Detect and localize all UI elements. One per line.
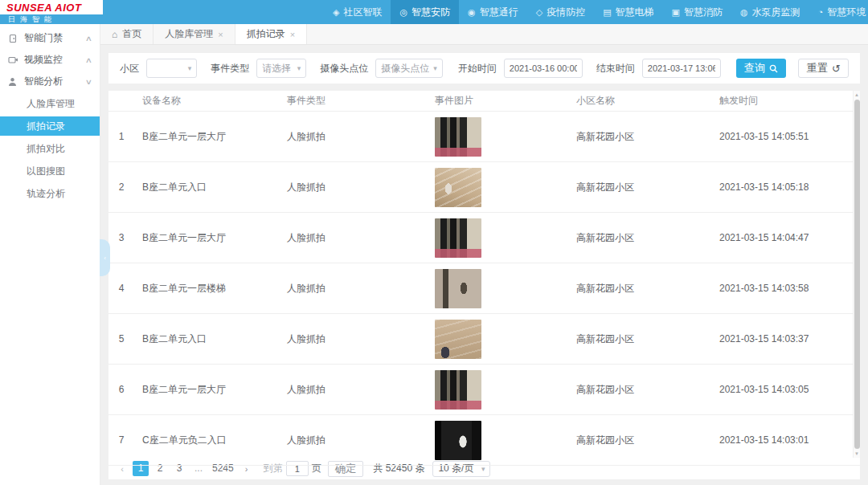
reset-icon: ↺ <box>832 63 841 74</box>
topnav-item-fire[interactable]: ▣ 智慧消防 <box>663 0 731 24</box>
community-name: 高新花园小区 <box>568 231 711 245</box>
topnav-item-community-link[interactable]: ◈ 社区智联 <box>324 0 391 24</box>
app-window: SUNSEA AIOT 日海智能 ◈ 社区智联 ◎ 智慧安防 ◉ 智慧通行 ◇ … <box>0 0 868 485</box>
sidebar-item-capture-compare[interactable]: 抓拍对比 <box>0 139 100 158</box>
chevron-down-icon: ▾ <box>481 465 485 473</box>
table-row: 1 B座二单元一层大厅 人脸抓拍 高新花园小区 2021-03-15 14:05… <box>108 112 860 162</box>
event-type: 人脸抓拍 <box>279 282 427 295</box>
topnav-item-pump-room[interactable]: ◍ 水泵房监测 <box>731 0 809 24</box>
chevron-down-icon: ∨ <box>85 78 92 86</box>
close-icon[interactable]: × <box>218 30 223 39</box>
tab-bar: ⌂ 首页 人脸库管理 × 抓拍记录 × <box>100 24 868 45</box>
column-header-event-photo: 事件图片 <box>427 94 568 108</box>
tab-label: 人脸库管理 <box>165 27 213 41</box>
tab-home[interactable]: ⌂ 首页 <box>100 24 154 44</box>
trigger-time: 2021-03-15 14:03:01 <box>711 434 860 446</box>
device-name: B座二单元一层大厅 <box>134 383 279 397</box>
main-area: ⌂ 首页 人脸库管理 × 抓拍记录 × 小区 ▾ <box>100 24 868 485</box>
event-photo-thumbnail[interactable] <box>435 117 481 157</box>
community-select[interactable]: ▾ <box>146 59 197 78</box>
topnav-item-elevator[interactable]: ▤ 智慧电梯 <box>594 0 662 24</box>
sidebar-item-face-library[interactable]: 人脸库管理 <box>0 94 100 113</box>
topnav-item-epidemic[interactable]: ◇ 疫情防控 <box>527 0 594 24</box>
sidebar: 智能门禁 ∧ 视频监控 ∧ 智能分析 ∨ 人脸库管理 抓拍记录 抓拍对比 <box>0 24 100 485</box>
table-row: 7 C座二单元负二入口 人脸抓拍 高新花园小区 2021-03-15 14:03… <box>108 415 860 466</box>
scroll-down-arrow-icon[interactable]: ▼ <box>854 450 859 458</box>
column-header-device: 设备名称 <box>134 94 279 108</box>
camera-select[interactable]: 摄像头点位 ▾ <box>375 59 443 78</box>
sidebar-item-image-search[interactable]: 以图搜图 <box>0 161 100 181</box>
row-index: 1 <box>108 131 134 142</box>
close-icon[interactable]: × <box>290 30 295 39</box>
sidebar-item-track-analysis[interactable]: 轨迹分析 <box>0 184 100 203</box>
topnav-label: 智慧电梯 <box>616 6 654 19</box>
topnav-item-environment[interactable]: ◔ 智慧环境 <box>809 0 868 24</box>
event-type: 人脸抓拍 <box>279 434 427 447</box>
topnav-item-access[interactable]: ◉ 智慧通行 <box>459 0 527 24</box>
tab-label: 首页 <box>122 27 141 41</box>
sidebar-group-video-monitor[interactable]: 视频监控 ∧ <box>0 49 100 71</box>
sidebar-collapse-handle[interactable]: ‹ <box>100 239 110 276</box>
topnav-label: 智慧通行 <box>480 6 518 19</box>
brand-subtitle: 日海智能 <box>0 14 103 24</box>
event-photo-thumbnail[interactable] <box>435 421 481 460</box>
camera-select-value: 摄像头点位 <box>381 62 429 75</box>
sidebar-item-capture-records[interactable]: 抓拍记录 <box>0 116 100 136</box>
topnav-label: 疫情防控 <box>547 6 585 19</box>
event-type: 人脸抓拍 <box>279 332 427 346</box>
community-name: 高新花园小区 <box>568 181 711 194</box>
event-photo-thumbnail[interactable] <box>435 269 481 308</box>
security-shield-icon: ◎ <box>399 7 407 18</box>
end-time-input[interactable] <box>642 59 721 78</box>
elevator-icon: ▤ <box>603 7 611 18</box>
tab-capture-records[interactable]: 抓拍记录 × <box>235 24 307 44</box>
event-photo-thumbnail[interactable] <box>435 320 481 359</box>
table-vertical-scrollbar[interactable]: ▲ ▼ <box>853 91 860 458</box>
device-name: B座二单元入口 <box>134 332 279 346</box>
topnav-label: 智慧消防 <box>684 6 723 19</box>
table-header-row: 设备名称 事件类型 事件图片 小区名称 触发时间 <box>108 91 860 112</box>
scrollbar-thumb[interactable] <box>854 100 860 449</box>
trigger-time: 2021-03-15 14:05:18 <box>711 181 860 193</box>
sidebar-group-door-access[interactable]: 智能门禁 ∧ <box>0 27 100 49</box>
community-name: 高新花园小区 <box>568 282 711 295</box>
scroll-up-arrow-icon[interactable]: ▲ <box>854 91 859 99</box>
chevron-up-icon: ∧ <box>85 56 92 64</box>
access-pass-icon: ◉ <box>468 7 476 18</box>
home-icon: ⌂ <box>112 29 117 40</box>
chevron-down-icon: ▾ <box>297 64 301 72</box>
event-photo-thumbnail[interactable] <box>435 370 481 410</box>
table-row: 2 B座二单元入口 人脸抓拍 高新花园小区 2021-03-15 14:05:1… <box>108 162 860 213</box>
table-row: 3 B座二单元一层大厅 人脸抓拍 高新花园小区 2021-03-15 14:04… <box>108 213 860 263</box>
row-index: 4 <box>108 283 134 294</box>
topnav-label: 水泵房监测 <box>752 6 800 19</box>
reset-button[interactable]: 重置 ↺ <box>798 59 849 78</box>
device-name: C座二单元负二入口 <box>134 434 279 447</box>
top-navigation-bar: SUNSEA AIOT 日海智能 ◈ 社区智联 ◎ 智慧安防 ◉ 智慧通行 ◇ … <box>0 0 868 24</box>
topnav-item-security[interactable]: ◎ 智慧安防 <box>391 0 459 24</box>
event-type: 人脸抓拍 <box>279 130 427 144</box>
device-name: B座二单元一层大厅 <box>134 130 279 144</box>
row-index: 2 <box>108 181 134 193</box>
table-row: 5 B座二单元入口 人脸抓拍 高新花园小区 2021-03-15 14:03:3… <box>108 314 860 365</box>
end-time-label: 结束时间 <box>596 62 635 75</box>
device-name: B座二单元一层大厅 <box>134 231 279 245</box>
trigger-time: 2021-03-15 14:03:58 <box>711 283 860 294</box>
event-photo-thumbnail[interactable] <box>435 168 481 207</box>
topnav-label: 社区智联 <box>343 6 382 19</box>
start-time-input[interactable] <box>504 59 583 78</box>
person-icon <box>8 77 18 87</box>
community-name: 高新花园小区 <box>568 130 711 144</box>
records-table: 设备名称 事件类型 事件图片 小区名称 触发时间 1 B座二单元一层大厅 人脸抓… <box>108 91 860 458</box>
camera-filter-label: 摄像头点位 <box>320 62 368 75</box>
sidebar-group-ai-analysis[interactable]: 智能分析 ∨ <box>0 71 100 92</box>
event-type-select[interactable]: 请选择 ▾ <box>256 59 306 78</box>
event-photo-thumbnail[interactable] <box>435 218 481 258</box>
epidemic-control-icon: ◇ <box>536 7 542 18</box>
community-name: 高新花园小区 <box>568 434 711 447</box>
community-filter-label: 小区 <box>120 62 139 75</box>
search-button[interactable]: 查询 <box>736 59 787 78</box>
tab-face-library[interactable]: 人脸库管理 × <box>154 24 235 44</box>
chevron-up-icon: ∧ <box>85 35 92 43</box>
search-icon <box>769 64 778 73</box>
